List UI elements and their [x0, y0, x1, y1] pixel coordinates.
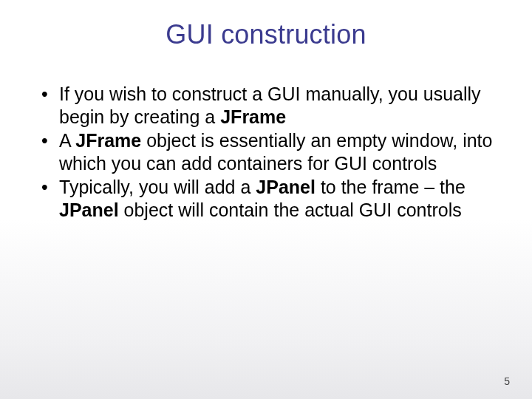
list-item: Typically, you will add a JPanel to the … [37, 176, 495, 221]
bullet-text: A [59, 130, 75, 151]
list-item: A JFrame object is essentially an empty … [37, 129, 495, 174]
slide-title: GUI construction [0, 0, 532, 50]
bullet-text: Typically, you will add a [59, 177, 256, 197]
page-number: 5 [504, 375, 510, 387]
bullet-bold: JFrame [75, 130, 141, 151]
list-item: If you wish to construct a GUI manually,… [37, 83, 495, 128]
slide-body: If you wish to construct a GUI manually,… [0, 50, 532, 221]
bullet-text: object will contain the actual GUI contr… [119, 200, 462, 220]
slide: GUI construction If you wish to construc… [0, 0, 532, 399]
bullet-bold: JPanel [256, 177, 316, 197]
bullet-bold: JPanel [59, 200, 119, 220]
bullet-text: to the frame – the [316, 177, 466, 197]
bullet-bold: JFrame [220, 106, 286, 127]
bullet-list: If you wish to construct a GUI manually,… [37, 83, 495, 221]
